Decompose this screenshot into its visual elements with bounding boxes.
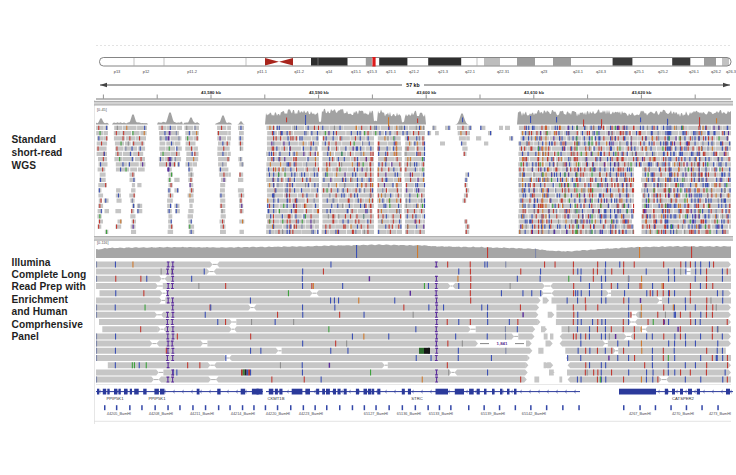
svg-text:44211_BamHI: 44211_BamHI [190,412,214,416]
svg-text:43,590 kb: 43,590 kb [309,90,329,95]
svg-text:q22.31: q22.31 [497,69,510,74]
svg-text:CKMT1B: CKMT1B [268,396,285,401]
svg-text:q21.3: q21.3 [438,69,449,74]
svg-text:STRC: STRC [411,396,422,401]
svg-text:65139_BamHI: 65139_BamHI [481,412,505,416]
svg-text:q21.1: q21.1 [386,69,397,74]
svg-text:q25.2: q25.2 [658,69,669,74]
svg-text:[0-116]: [0-116] [97,241,109,245]
svg-text:4270_BamHI: 4270_BamHI [672,412,694,416]
svg-text:q25.1: q25.1 [634,69,645,74]
svg-text:CATSPER2: CATSPER2 [672,396,694,401]
svg-text:p13: p13 [114,69,121,74]
svg-text:1,841: 1,841 [497,341,509,346]
svg-text:q11.2: q11.2 [294,69,304,74]
svg-text:q26.3: q26.3 [726,69,736,74]
svg-text:PPIP5K1: PPIP5K1 [107,396,125,401]
svg-text:65136_BamHI: 65136_BamHI [397,412,421,416]
svg-text:PPIP5K1: PPIP5K1 [149,396,167,401]
svg-text:[0-45]: [0-45] [97,108,107,112]
svg-text:q15.1: q15.1 [351,69,362,74]
svg-text:q21.2: q21.2 [409,69,420,74]
svg-text:44205_BamHI: 44205_BamHI [107,412,131,416]
svg-text:44223_BamHI: 44223_BamHI [299,412,323,416]
svg-text:q26.1: q26.1 [689,69,700,74]
svg-text:q23: q23 [541,69,548,74]
svg-text:65142_BamHI: 65142_BamHI [522,412,546,416]
svg-text:44220_BamHI: 44220_BamHI [266,412,290,416]
svg-text:43,600 kb: 43,600 kb [417,90,437,95]
svg-text:p11.2: p11.2 [187,69,197,74]
svg-text:4273_BamHI: 4273_BamHI [709,412,731,416]
svg-text:q14: q14 [326,69,333,74]
svg-text:44214_BamHI: 44214_BamHI [231,412,255,416]
svg-text:q15.3: q15.3 [367,69,378,74]
svg-text:43,610 kb: 43,610 kb [524,90,544,95]
svg-text:p12: p12 [143,69,150,74]
svg-text:p11.1: p11.1 [257,69,267,74]
svg-text:q24.1: q24.1 [573,69,584,74]
svg-text:57 kb: 57 kb [406,82,419,88]
svg-text:44208_BamHI: 44208_BamHI [149,412,173,416]
svg-text:q22.1: q22.1 [465,69,476,74]
svg-text:q26.2: q26.2 [711,69,722,74]
svg-text:43,620 kb: 43,620 kb [632,90,652,95]
svg-text:65133_BamHI: 65133_BamHI [429,412,453,416]
svg-text:43,580 kb: 43,580 kb [201,90,221,95]
svg-text:65127_BamHI: 65127_BamHI [364,412,388,416]
svg-text:q24.3: q24.3 [596,69,607,74]
svg-text:4267_BamHI: 4267_BamHI [629,412,651,416]
